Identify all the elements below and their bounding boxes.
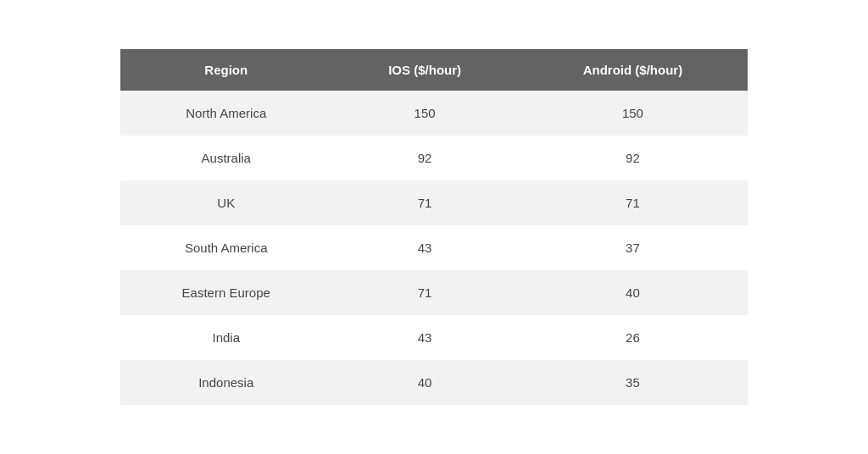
cell-region: Indonesia [120,360,331,405]
table-row: Eastern Europe7140 [120,270,748,315]
cell-ios: 43 [331,315,517,360]
cell-android: 150 [518,91,748,136]
header-region: Region [120,49,331,91]
header-android: Android ($/hour) [518,49,748,91]
table-row: South America4337 [120,225,748,270]
pricing-table-container: Region IOS ($/hour) Android ($/hour) Nor… [120,49,748,405]
cell-ios: 40 [331,360,517,405]
cell-ios: 92 [331,136,517,180]
header-ios: IOS ($/hour) [331,49,517,91]
cell-region: North America [120,91,331,136]
cell-region: Eastern Europe [120,270,331,315]
pricing-table: Region IOS ($/hour) Android ($/hour) Nor… [120,49,748,405]
cell-android: 92 [518,136,748,180]
cell-android: 37 [518,225,748,270]
cell-ios: 71 [331,180,517,225]
cell-android: 71 [518,180,748,225]
table-row: UK7171 [120,180,748,225]
table-row: Australia9292 [120,136,748,180]
table-row: India4326 [120,315,748,360]
cell-region: Australia [120,136,331,180]
table-header-row: Region IOS ($/hour) Android ($/hour) [120,49,748,91]
cell-region: India [120,315,331,360]
cell-ios: 71 [331,270,517,315]
cell-android: 26 [518,315,748,360]
cell-ios: 43 [331,225,517,270]
cell-region: UK [120,180,331,225]
cell-android: 35 [518,360,748,405]
table-row: Indonesia4035 [120,360,748,405]
cell-android: 40 [518,270,748,315]
table-row: North America150150 [120,91,748,136]
cell-region: South America [120,225,331,270]
cell-ios: 150 [331,91,517,136]
